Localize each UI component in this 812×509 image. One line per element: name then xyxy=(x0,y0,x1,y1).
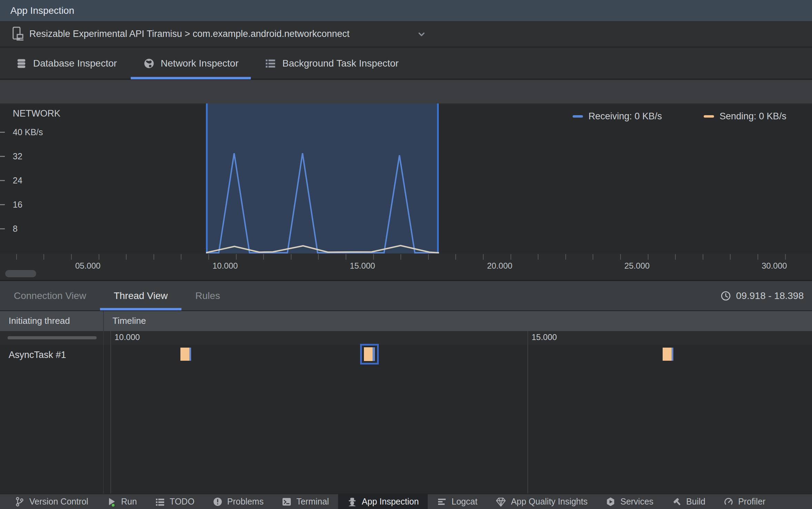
marker-strip xyxy=(373,347,375,361)
inspector-toolbar-strip xyxy=(0,80,812,103)
tool-window-button-todo[interactable]: TODO xyxy=(146,494,204,509)
sending-label: Sending: 0 KB/s xyxy=(720,111,786,122)
timeline-ruler[interactable]: 10.00015.000 xyxy=(0,331,812,345)
series-receiving xyxy=(206,153,439,253)
network-event-marker[interactable] xyxy=(663,348,673,361)
inspector-tab-label: Background Task Inspector xyxy=(282,58,398,69)
time-axis-tick xyxy=(703,254,703,260)
tool-window-button-app-inspection[interactable]: App Inspection xyxy=(338,494,428,509)
tool-window-button-terminal[interactable]: Terminal xyxy=(273,494,338,509)
run-icon xyxy=(106,497,117,507)
time-axis-tick xyxy=(565,254,566,260)
tool-window-button-profiler[interactable]: Profiler xyxy=(714,494,774,509)
receiving-label: Receiving: 0 KB/s xyxy=(588,111,662,122)
terminal-icon xyxy=(281,497,292,507)
legend-receiving: Receiving: 0 KB/s xyxy=(573,111,662,122)
tasklist-icon xyxy=(265,58,276,69)
time-axis-tick xyxy=(263,254,264,260)
column-width-scrollbar[interactable] xyxy=(8,336,97,339)
sending-swatch xyxy=(704,115,714,118)
column-timeline: Timeline xyxy=(112,316,146,326)
time-axis-tick xyxy=(16,254,17,260)
time-axis-tick xyxy=(208,254,209,260)
tool-window-button-problems[interactable]: Problems xyxy=(204,494,273,509)
marker-strip xyxy=(189,348,191,361)
view-tab-rules[interactable]: Rules xyxy=(181,281,234,310)
time-axis-tick xyxy=(648,254,648,260)
time-axis-tick xyxy=(483,254,484,260)
time-axis-tick xyxy=(291,254,291,260)
device-process-label: Resizable Experimental API Tiramisu > co… xyxy=(29,29,349,39)
legend-sending: Sending: 0 KB/s xyxy=(704,111,786,122)
time-axis-tick xyxy=(154,254,154,260)
globe-icon xyxy=(143,58,155,69)
tool-window-button-logcat[interactable]: Logcat xyxy=(428,494,486,509)
tool-window-label: Problems xyxy=(227,497,264,507)
thread-name: AsyncTask #1 xyxy=(9,350,66,360)
chart-time-axis[interactable]: 05.00010.00015.00020.00025.00030.000 xyxy=(0,253,812,280)
time-axis-tick xyxy=(99,254,99,260)
tool-window-label: Services xyxy=(620,497,653,507)
time-axis-label: 25.000 xyxy=(624,261,650,271)
tool-window-button-services[interactable]: Services xyxy=(596,494,662,509)
inspector-tab-bar: Database InspectorNetwork InspectorBackg… xyxy=(0,48,812,79)
inspector-tab-network-inspector[interactable]: Network Inspector xyxy=(130,48,252,79)
services-icon xyxy=(605,497,616,507)
receiving-swatch xyxy=(573,115,583,118)
time-axis-tick xyxy=(511,254,511,260)
network-event-marker[interactable] xyxy=(180,348,191,361)
inspector-tab-label: Database Inspector xyxy=(33,58,117,69)
time-axis-label: 10.000 xyxy=(212,261,238,271)
tool-window-button-build[interactable]: Build xyxy=(662,494,714,509)
time-axis-tick xyxy=(675,254,676,260)
time-axis-tick xyxy=(126,254,127,260)
time-axis-tick xyxy=(181,254,181,260)
thread-row: AsyncTask #1 xyxy=(0,345,812,366)
time-axis-label: 05.000 xyxy=(75,261,100,271)
network-event-marker-selected[interactable] xyxy=(360,344,379,365)
time-axis-tick xyxy=(730,254,731,260)
time-axis-tick xyxy=(318,254,319,260)
marker-fill xyxy=(364,347,373,361)
time-axis-tick xyxy=(236,254,237,260)
diamond-icon xyxy=(495,496,506,507)
time-axis-tick xyxy=(428,254,429,260)
time-axis-label: 20.000 xyxy=(487,261,512,271)
time-axis-tick xyxy=(455,254,456,260)
tool-window-label: Profiler xyxy=(738,497,765,507)
ruler-label: 15.000 xyxy=(532,332,557,342)
tool-window-button-version-control[interactable]: Version Control xyxy=(6,494,97,509)
inspector-tab-label: Network Inspector xyxy=(161,58,239,69)
view-tab-connection-view[interactable]: Connection View xyxy=(0,281,100,310)
time-axis-tick xyxy=(400,254,401,260)
device-process-selector[interactable]: Resizable Experimental API Tiramisu > co… xyxy=(0,21,812,47)
inspector-tab-database-inspector[interactable]: Database Inspector xyxy=(2,48,130,79)
marker-strip xyxy=(672,348,673,361)
resizable-device-icon xyxy=(12,26,24,41)
time-axis-tick xyxy=(346,254,346,260)
tool-window-button-run[interactable]: Run xyxy=(97,494,146,509)
ruler-label: 10.000 xyxy=(115,332,140,342)
branch-icon xyxy=(14,497,25,507)
marker-body xyxy=(364,347,375,361)
column-divider[interactable] xyxy=(103,311,104,493)
time-axis-tick xyxy=(593,254,593,260)
marker-fill xyxy=(663,348,672,361)
todo-icon xyxy=(155,497,165,507)
build-icon xyxy=(671,497,682,507)
tool-window-label: Logcat xyxy=(452,497,477,507)
time-axis-label: 30.000 xyxy=(762,261,787,271)
tool-window-bar: Version ControlRunTODOProblemsTerminalAp… xyxy=(0,493,812,509)
tool-window-button-app-quality-insights[interactable]: App Quality Insights xyxy=(486,494,596,509)
time-axis-tick xyxy=(785,254,786,260)
chevron-down-icon xyxy=(417,29,426,39)
time-axis-tick xyxy=(620,254,621,260)
clock-icon xyxy=(720,290,731,301)
horizontal-scrollbar[interactable] xyxy=(5,270,36,277)
inspector-tab-background-task-inspector[interactable]: Background Task Inspector xyxy=(251,48,412,79)
profiler-icon xyxy=(723,497,734,507)
network-usage-chart[interactable]: NETWORK 40 KB/s3224168Receiving: 0 KB/sS… xyxy=(0,103,812,253)
marker-fill xyxy=(180,348,189,361)
view-tab-thread-view[interactable]: Thread View xyxy=(100,281,182,310)
selected-time-range: 09.918 - 18.398 xyxy=(720,281,804,310)
